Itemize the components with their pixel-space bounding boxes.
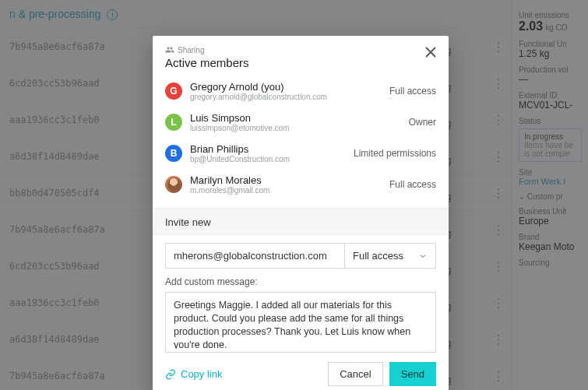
member-name: Luis Simpson bbox=[190, 112, 403, 124]
copy-link-button[interactable]: Copy link bbox=[165, 368, 222, 380]
sharing-modal: Sharing Active members GGregory Arnold (… bbox=[153, 36, 449, 390]
member-row: GGregory Arnold (you)gregory.arnold@glob… bbox=[165, 76, 436, 107]
avatar: G bbox=[165, 83, 182, 100]
people-icon bbox=[165, 45, 174, 54]
member-role: Owner bbox=[409, 117, 436, 128]
avatar bbox=[165, 176, 182, 193]
member-role: Full access bbox=[389, 86, 436, 97]
member-email: gregory.arnold@globalconstruction.com bbox=[190, 93, 383, 101]
member-name: Brian Phillips bbox=[190, 143, 347, 155]
member-name: Marilyn Morales bbox=[190, 174, 383, 186]
member-email: m.morales@gmail.com bbox=[190, 186, 383, 195]
custom-message-label: Add custom message: bbox=[153, 269, 449, 292]
member-row: BBrian Phillipsbp@UnitedConstruction.com… bbox=[165, 138, 436, 169]
avatar: B bbox=[165, 145, 182, 162]
close-icon bbox=[422, 44, 439, 61]
member-row: Marilyn Moralesm.morales@gmail.comFull a… bbox=[165, 169, 436, 200]
invite-email-input[interactable] bbox=[165, 243, 344, 269]
modal-title: Active members bbox=[165, 56, 436, 69]
member-row: LLuis Simpsonluissimpson@etomotive.comOw… bbox=[165, 107, 436, 138]
members-list: GGregory Arnold (you)gregory.arnold@glob… bbox=[153, 72, 449, 208]
member-role: Full access bbox=[389, 179, 436, 190]
member-role: Limited permissions bbox=[354, 148, 436, 159]
invite-section-label: Invite new bbox=[153, 208, 449, 235]
custom-message-textarea[interactable] bbox=[166, 293, 435, 349]
member-email: luissimpson@etomotive.com bbox=[190, 124, 403, 132]
member-name: Gregory Arnold (you) bbox=[190, 81, 383, 93]
member-email: bp@UnitedConstruction.com bbox=[190, 155, 347, 163]
link-icon bbox=[165, 369, 176, 380]
send-button[interactable]: Send bbox=[389, 362, 436, 386]
modal-eyebrow: Sharing bbox=[165, 45, 436, 54]
cancel-button[interactable]: Cancel bbox=[328, 362, 382, 386]
close-button[interactable] bbox=[422, 44, 439, 61]
avatar: L bbox=[165, 114, 182, 131]
invite-permission-select[interactable]: Full access bbox=[344, 243, 436, 269]
chevron-down-icon bbox=[418, 251, 428, 261]
